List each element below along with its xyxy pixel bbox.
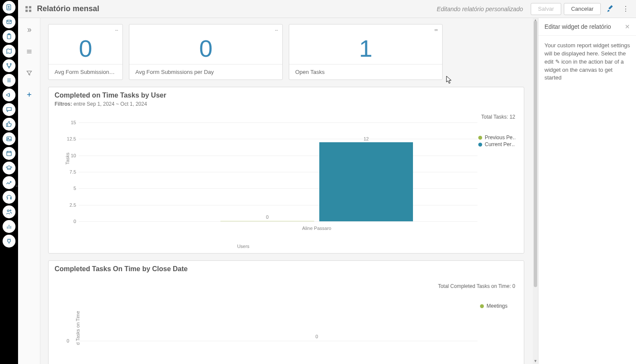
svg-point-17 xyxy=(7,210,9,211)
nav-map-icon[interactable] xyxy=(3,45,15,58)
legend-meetings: Meetings xyxy=(486,303,508,309)
ytick: 15 xyxy=(64,120,76,125)
stat-trend: ∞ xyxy=(289,24,442,32)
chart-plot-area: 15 12.5 10 7.5 5 2.5 0 0 12 Aline Passar… xyxy=(79,122,477,221)
panel-body: Your custom report widget settings will … xyxy=(538,36,636,88)
svg-rect-22 xyxy=(25,6,28,8)
cancel-button[interactable]: Cancelar xyxy=(564,3,601,15)
stat-value: 0 xyxy=(129,32,282,64)
chart-title: Completed Tasks On Time by Close Date xyxy=(55,265,518,273)
stat-card-avg-form-submissions[interactable]: -- 0 Avg Form Submissions… xyxy=(48,24,123,80)
widget-editor-panel: Editar widget de relatório ✕ Your custom… xyxy=(538,18,636,364)
filter-icon[interactable] xyxy=(23,67,35,79)
stat-card-avg-form-per-day[interactable]: -- 0 Avg Form Submissions per Day xyxy=(129,24,283,80)
svg-point-6 xyxy=(10,64,12,65)
chart-summary: Total Completed Tasks on Time: 0 xyxy=(438,283,515,289)
pencil-icon: ✎ xyxy=(555,58,560,66)
nav-clipboard-icon[interactable] xyxy=(3,30,15,43)
report-header: Relatório mensal Editando relatório pers… xyxy=(18,0,636,18)
app-nav-rail: ⋮ xyxy=(0,0,18,364)
nav-contacts-icon[interactable] xyxy=(3,1,15,14)
canvas-scroll-area[interactable]: -- 0 Avg Form Submissions… -- 0 Avg Form… xyxy=(40,18,533,364)
legend-current: Current Per… xyxy=(485,141,515,147)
chart-title: Completed on Time Tasks by User xyxy=(55,92,518,99)
brush-icon[interactable] xyxy=(604,3,616,15)
nav-thumbs-up-icon[interactable] xyxy=(3,118,15,131)
list-view-icon[interactable] xyxy=(23,46,35,58)
scrollbar-thumb[interactable] xyxy=(534,21,537,287)
ytick: 0 xyxy=(64,219,76,224)
stat-trend: -- xyxy=(129,24,282,32)
filters-value: entre Sep 1, 2024 ~ Oct 1, 2024 xyxy=(73,101,147,107)
chart-legend: Meetings xyxy=(480,303,508,309)
save-button[interactable]: Salvar xyxy=(531,3,561,15)
nav-chat-icon[interactable] xyxy=(3,103,15,116)
nav-inbox-icon[interactable] xyxy=(3,15,15,28)
chart-summary: Total Tasks: 12 xyxy=(481,114,515,120)
nav-headset-icon[interactable] xyxy=(3,191,15,204)
scrollbar-track[interactable]: ▲ ▼ xyxy=(533,18,538,364)
stat-label: Avg Form Submissions… xyxy=(49,64,122,80)
panel-header: Editar widget de relatório ✕ xyxy=(538,18,636,36)
nav-megaphone-icon[interactable] xyxy=(3,89,15,101)
legend-dot-meetings-icon xyxy=(480,304,484,308)
ytick: 7.5 xyxy=(64,169,76,174)
svg-rect-11 xyxy=(7,137,12,141)
nav-list-icon[interactable] xyxy=(3,74,15,87)
bar-value-prev: 0 xyxy=(266,214,269,220)
ytick: 12.5 xyxy=(64,136,76,141)
legend-dot-current-icon xyxy=(478,143,482,147)
svg-rect-24 xyxy=(25,9,28,12)
svg-point-18 xyxy=(10,210,11,211)
ytick: 2.5 xyxy=(64,202,76,208)
chart-completed-tasks-by-close-date[interactable]: Completed Tasks On Time by Close Date To… xyxy=(48,260,524,364)
bar-value: 0 xyxy=(315,334,318,339)
legend-previous: Previous Pe… xyxy=(485,135,515,141)
bar-current xyxy=(319,142,413,221)
collapse-icon[interactable] xyxy=(23,24,35,36)
x-axis-label: Users xyxy=(49,244,438,249)
ytick: 5 xyxy=(64,186,76,191)
nav-calendar-icon[interactable] xyxy=(3,147,15,160)
chart-plot-area: 0 0 xyxy=(79,308,477,343)
chart-filters: Filtros: entre Sep 1, 2024 ~ Oct 1, 2024 xyxy=(55,101,518,107)
svg-rect-13 xyxy=(7,151,12,156)
dashboard-grid-icon xyxy=(22,3,34,15)
close-icon[interactable]: ✕ xyxy=(625,23,630,30)
svg-point-5 xyxy=(7,64,8,65)
stat-trend: -- xyxy=(49,24,122,32)
filters-label: Filtros: xyxy=(55,101,72,107)
svg-rect-23 xyxy=(29,6,31,8)
bar-previous xyxy=(220,221,314,221)
stat-value: 0 xyxy=(49,32,122,64)
x-category: Aline Passaro xyxy=(302,226,331,231)
chart-legend: Previous Pe… Current Per… xyxy=(478,135,515,148)
bar-value-curr: 12 xyxy=(364,136,369,141)
report-canvas: -- 0 Avg Form Submissions… -- 0 Avg Form… xyxy=(40,18,538,364)
ytick: 0 xyxy=(67,338,69,343)
nav-image-icon[interactable] xyxy=(3,132,15,145)
nav-people-icon[interactable] xyxy=(3,205,15,218)
add-widget-icon[interactable] xyxy=(23,89,35,101)
stat-card-row: -- 0 Avg Form Submissions… -- 0 Avg Form… xyxy=(48,24,527,80)
nav-plug-icon[interactable] xyxy=(3,235,15,248)
canvas-toolbar xyxy=(18,18,40,364)
stat-card-open-tasks[interactable]: ∞ 1 Open Tasks xyxy=(289,24,443,80)
ytick: 10 xyxy=(64,153,76,158)
chart-completed-tasks-by-user[interactable]: Completed on Time Tasks by User Filtros:… xyxy=(48,87,524,254)
kebab-menu-icon[interactable]: ⋮ xyxy=(620,3,632,15)
nav-graduation-icon[interactable] xyxy=(3,162,15,174)
page-subtitle: Editando relatório personalizado xyxy=(437,6,523,12)
stat-label: Avg Form Submissions per Day xyxy=(129,64,282,80)
svg-point-1 xyxy=(8,6,9,7)
stat-value: 1 xyxy=(289,32,442,64)
nav-bar-chart-icon[interactable] xyxy=(3,220,15,233)
svg-point-7 xyxy=(9,67,10,68)
scroll-down-icon[interactable]: ▼ xyxy=(533,359,538,364)
panel-title: Editar widget de relatório xyxy=(544,23,611,30)
svg-rect-25 xyxy=(29,9,31,12)
page-title: Relatório mensal xyxy=(37,4,99,13)
nav-branch-icon[interactable] xyxy=(3,59,15,72)
stat-label: Open Tasks xyxy=(289,64,442,80)
legend-dot-previous-icon xyxy=(478,136,482,140)
